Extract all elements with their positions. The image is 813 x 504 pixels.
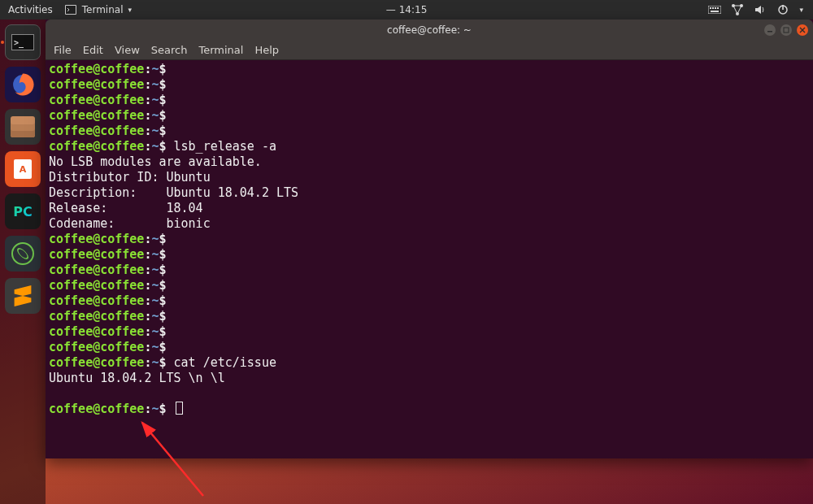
clock-dash: — [386, 4, 396, 15]
svg-rect-2 [708, 6, 721, 14]
dock-pycharm[interactable]: PC [5, 193, 41, 229]
dock-atom[interactable] [5, 236, 41, 272]
terminal-icon [64, 3, 77, 16]
svg-rect-7 [711, 11, 719, 12]
dock-terminal[interactable]: >_ [5, 24, 41, 60]
svg-rect-12 [783, 5, 785, 10]
menu-view[interactable]: View [115, 44, 140, 56]
svg-rect-6 [717, 7, 719, 9]
volume-icon[interactable] [754, 3, 767, 16]
chevron-down-icon: ▾ [128, 6, 132, 14]
app-menu[interactable]: Terminal ▾ [64, 3, 132, 16]
window-maximize-button[interactable] [780, 24, 792, 36]
window-titlebar[interactable]: coffee@coffee: ~ [46, 20, 813, 41]
svg-rect-15 [784, 28, 789, 33]
menu-help[interactable]: Help [254, 44, 279, 56]
dock-files[interactable] [5, 109, 41, 145]
dock-ubuntu-software[interactable] [5, 151, 41, 187]
menu-terminal[interactable]: Terminal [198, 44, 243, 56]
svg-rect-14 [767, 31, 772, 33]
dock-firefox[interactable] [5, 67, 41, 102]
menu-search[interactable]: Search [151, 44, 188, 56]
window-minimize-button[interactable] [764, 24, 776, 36]
menu-edit[interactable]: Edit [83, 44, 103, 56]
clock-time: 14:15 [399, 4, 428, 15]
window-title: coffee@coffee: ~ [387, 24, 472, 36]
pycharm-label: PC [13, 204, 32, 219]
menu-file[interactable]: File [54, 44, 72, 56]
network-icon[interactable] [731, 3, 744, 16]
activities-button[interactable]: Activities [8, 4, 53, 15]
dock-sublime[interactable] [5, 278, 41, 314]
terminal-window: coffee@coffee: ~ File Edit View Search T… [46, 20, 813, 458]
chevron-down-icon[interactable]: ▾ [799, 6, 803, 14]
power-icon[interactable] [776, 3, 789, 16]
window-close-button[interactable] [797, 24, 808, 36]
svg-rect-5 [715, 7, 716, 9]
app-menu-label: Terminal [82, 4, 124, 15]
svg-rect-3 [710, 7, 711, 9]
terminal-cursor [176, 402, 183, 415]
clock[interactable]: — 14:15 [386, 4, 428, 15]
gnome-topbar: Activities Terminal ▾ — 14:15 ▾ [0, 0, 813, 20]
svg-rect-4 [712, 7, 714, 9]
keyboard-indicator-icon[interactable] [708, 3, 721, 16]
terminal-viewport[interactable]: coffee@coffee:~$ coffee@coffee:~$ coffee… [46, 60, 813, 458]
terminal-menubar: File Edit View Search Terminal Help [46, 41, 813, 60]
svg-rect-1 [66, 6, 76, 14]
launcher-dock: >_ PC [0, 20, 46, 504]
